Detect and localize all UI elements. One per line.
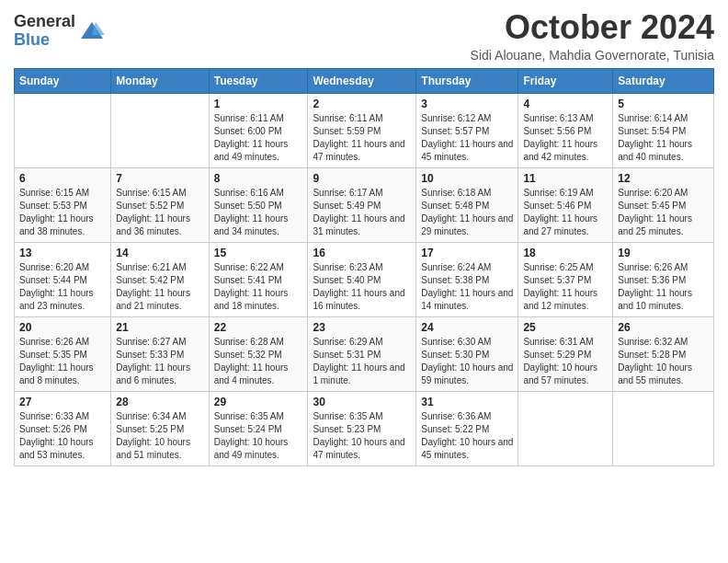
- calendar-cell: 31Sunrise: 6:36 AM Sunset: 5:22 PM Dayli…: [416, 391, 518, 465]
- calendar-week-row: 20Sunrise: 6:26 AM Sunset: 5:35 PM Dayli…: [15, 316, 714, 391]
- title-area: October 2024 Sidi Alouane, Mahdia Govern…: [471, 9, 714, 63]
- day-number: 12: [618, 172, 709, 185]
- svg-marker-1: [92, 22, 105, 35]
- day-info: Sunrise: 6:28 AM Sunset: 5:32 PM Dayligh…: [214, 336, 303, 387]
- logo-blue: Blue: [14, 31, 75, 50]
- day-info: Sunrise: 6:22 AM Sunset: 5:41 PM Dayligh…: [214, 261, 303, 313]
- day-info: Sunrise: 6:17 AM Sunset: 5:49 PM Dayligh…: [313, 187, 411, 238]
- calendar-cell: 3Sunrise: 6:12 AM Sunset: 5:57 PM Daylig…: [416, 93, 518, 167]
- day-info: Sunrise: 6:34 AM Sunset: 5:25 PM Dayligh…: [116, 410, 203, 462]
- calendar-cell: 17Sunrise: 6:24 AM Sunset: 5:38 PM Dayli…: [416, 242, 518, 316]
- day-number: 7: [116, 172, 203, 185]
- calendar-cell: [15, 93, 111, 167]
- day-number: 5: [618, 98, 709, 110]
- calendar-week-row: 13Sunrise: 6:20 AM Sunset: 5:44 PM Dayli…: [15, 242, 714, 316]
- day-info: Sunrise: 6:21 AM Sunset: 5:42 PM Dayligh…: [116, 261, 203, 313]
- day-info: Sunrise: 6:15 AM Sunset: 5:52 PM Dayligh…: [116, 187, 203, 238]
- day-number: 24: [421, 321, 513, 334]
- calendar-cell: 26Sunrise: 6:32 AM Sunset: 5:28 PM Dayli…: [613, 316, 714, 391]
- day-number: 17: [421, 247, 513, 259]
- day-info: Sunrise: 6:23 AM Sunset: 5:40 PM Dayligh…: [313, 261, 411, 313]
- day-info: Sunrise: 6:11 AM Sunset: 6:00 PM Dayligh…: [214, 112, 303, 164]
- calendar-cell: 4Sunrise: 6:13 AM Sunset: 5:56 PM Daylig…: [518, 93, 613, 167]
- calendar-cell: 6Sunrise: 6:15 AM Sunset: 5:53 PM Daylig…: [15, 167, 111, 242]
- day-info: Sunrise: 6:24 AM Sunset: 5:38 PM Dayligh…: [421, 261, 513, 313]
- calendar-cell: [613, 391, 714, 465]
- day-number: 1: [214, 98, 303, 110]
- logo-text: General Blue: [14, 13, 75, 50]
- calendar-cell: 9Sunrise: 6:17 AM Sunset: 5:49 PM Daylig…: [308, 167, 416, 242]
- calendar-cell: 7Sunrise: 6:15 AM Sunset: 5:52 PM Daylig…: [111, 167, 209, 242]
- day-info: Sunrise: 6:11 AM Sunset: 5:59 PM Dayligh…: [313, 112, 411, 164]
- calendar-cell: 19Sunrise: 6:26 AM Sunset: 5:36 PM Dayli…: [613, 242, 714, 316]
- calendar-week-row: 27Sunrise: 6:33 AM Sunset: 5:26 PM Dayli…: [15, 391, 714, 465]
- day-header-thursday: Thursday: [416, 68, 518, 93]
- calendar-table: SundayMondayTuesdayWednesdayThursdayFrid…: [14, 68, 714, 466]
- day-number: 19: [618, 247, 709, 259]
- day-info: Sunrise: 6:20 AM Sunset: 5:45 PM Dayligh…: [618, 187, 709, 238]
- day-info: Sunrise: 6:12 AM Sunset: 5:57 PM Dayligh…: [421, 112, 513, 164]
- day-header-sunday: Sunday: [15, 68, 111, 93]
- day-number: 4: [523, 98, 608, 110]
- calendar-cell: 24Sunrise: 6:30 AM Sunset: 5:30 PM Dayli…: [416, 316, 518, 391]
- day-number: 26: [618, 321, 709, 334]
- calendar-cell: 12Sunrise: 6:20 AM Sunset: 5:45 PM Dayli…: [613, 167, 714, 242]
- day-number: 9: [313, 172, 411, 185]
- day-number: 14: [116, 247, 203, 259]
- day-info: Sunrise: 6:26 AM Sunset: 5:36 PM Dayligh…: [618, 261, 709, 313]
- day-number: 27: [19, 396, 106, 408]
- calendar-cell: [111, 93, 209, 167]
- calendar-cell: 16Sunrise: 6:23 AM Sunset: 5:40 PM Dayli…: [308, 242, 416, 316]
- day-number: 23: [313, 321, 411, 334]
- day-number: 30: [313, 396, 411, 408]
- day-header-saturday: Saturday: [613, 68, 714, 93]
- month-title: October 2024: [471, 9, 714, 46]
- day-info: Sunrise: 6:30 AM Sunset: 5:30 PM Dayligh…: [421, 336, 513, 387]
- day-header-tuesday: Tuesday: [209, 68, 308, 93]
- day-info: Sunrise: 6:33 AM Sunset: 5:26 PM Dayligh…: [19, 410, 106, 462]
- calendar-week-row: 1Sunrise: 6:11 AM Sunset: 6:00 PM Daylig…: [15, 93, 714, 167]
- calendar-cell: 27Sunrise: 6:33 AM Sunset: 5:26 PM Dayli…: [15, 391, 111, 465]
- calendar-cell: 25Sunrise: 6:31 AM Sunset: 5:29 PM Dayli…: [518, 316, 613, 391]
- day-info: Sunrise: 6:29 AM Sunset: 5:31 PM Dayligh…: [313, 336, 411, 387]
- day-number: 22: [214, 321, 303, 334]
- day-number: 21: [116, 321, 203, 334]
- calendar-cell: 5Sunrise: 6:14 AM Sunset: 5:54 PM Daylig…: [613, 93, 714, 167]
- day-number: 28: [116, 396, 203, 408]
- calendar-cell: 13Sunrise: 6:20 AM Sunset: 5:44 PM Dayli…: [15, 242, 111, 316]
- day-number: 25: [523, 321, 608, 334]
- day-info: Sunrise: 6:31 AM Sunset: 5:29 PM Dayligh…: [523, 336, 608, 387]
- day-number: 3: [421, 98, 513, 110]
- calendar-cell: 11Sunrise: 6:19 AM Sunset: 5:46 PM Dayli…: [518, 167, 613, 242]
- day-number: 13: [19, 247, 106, 259]
- day-number: 18: [523, 247, 608, 259]
- day-info: Sunrise: 6:26 AM Sunset: 5:35 PM Dayligh…: [19, 336, 106, 387]
- day-number: 20: [19, 321, 106, 334]
- day-header-wednesday: Wednesday: [308, 68, 416, 93]
- calendar-cell: 29Sunrise: 6:35 AM Sunset: 5:24 PM Dayli…: [209, 391, 308, 465]
- calendar-cell: 8Sunrise: 6:16 AM Sunset: 5:50 PM Daylig…: [209, 167, 308, 242]
- day-info: Sunrise: 6:19 AM Sunset: 5:46 PM Dayligh…: [523, 187, 608, 238]
- day-info: Sunrise: 6:20 AM Sunset: 5:44 PM Dayligh…: [19, 261, 106, 313]
- day-number: 8: [214, 172, 303, 185]
- subtitle: Sidi Alouane, Mahdia Governorate, Tunisi…: [471, 48, 714, 63]
- calendar-cell: 23Sunrise: 6:29 AM Sunset: 5:31 PM Dayli…: [308, 316, 416, 391]
- day-info: Sunrise: 6:25 AM Sunset: 5:37 PM Dayligh…: [523, 261, 608, 313]
- day-info: Sunrise: 6:27 AM Sunset: 5:33 PM Dayligh…: [116, 336, 203, 387]
- day-number: 16: [313, 247, 411, 259]
- day-number: 29: [214, 396, 303, 408]
- calendar-cell: [518, 391, 613, 465]
- logo-general: General: [14, 13, 75, 31]
- logo-icon: [79, 18, 105, 44]
- day-number: 6: [19, 172, 106, 185]
- calendar-cell: 28Sunrise: 6:34 AM Sunset: 5:25 PM Dayli…: [111, 391, 209, 465]
- calendar-cell: 30Sunrise: 6:35 AM Sunset: 5:23 PM Dayli…: [308, 391, 416, 465]
- day-info: Sunrise: 6:35 AM Sunset: 5:24 PM Dayligh…: [214, 410, 303, 462]
- calendar-cell: 2Sunrise: 6:11 AM Sunset: 5:59 PM Daylig…: [308, 93, 416, 167]
- calendar-cell: 10Sunrise: 6:18 AM Sunset: 5:48 PM Dayli…: [416, 167, 518, 242]
- day-number: 11: [523, 172, 608, 185]
- day-info: Sunrise: 6:16 AM Sunset: 5:50 PM Dayligh…: [214, 187, 303, 238]
- calendar-cell: 21Sunrise: 6:27 AM Sunset: 5:33 PM Dayli…: [111, 316, 209, 391]
- header: General Blue October 2024 Sidi Alouane, …: [14, 9, 714, 63]
- day-info: Sunrise: 6:36 AM Sunset: 5:22 PM Dayligh…: [421, 410, 513, 462]
